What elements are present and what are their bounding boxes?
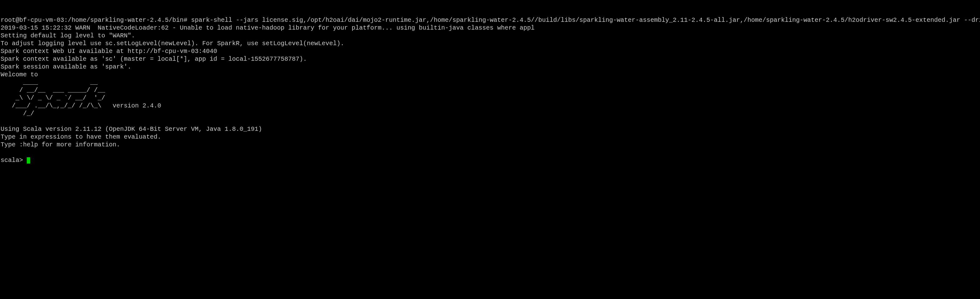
prompt-path: /home/sparkling-water-2.4.5/bin — [68, 16, 183, 24]
ascii-art-line: /___/ .__/\_,_/_/ /_/\_\ version 2.4.0 — [1, 102, 161, 109]
ascii-art-line: ____ __ — [1, 79, 98, 86]
output-line: Using Scala version 2.11.12 (OpenJDK 64-… — [1, 126, 262, 133]
output-line: Spark session available as 'spark'. — [1, 63, 131, 70]
output-line: Spark context Web UI available at http:/… — [1, 48, 217, 55]
output-line: 2019-03-15 15:22:32 WARN NativeCodeLoade… — [1, 24, 535, 32]
prompt-sep: : — [64, 16, 68, 24]
output-line: Setting default log level to "WARN". — [1, 32, 135, 39]
output-line: Type in expressions to have them evaluat… — [1, 133, 161, 141]
ascii-art-line: /_/ — [1, 110, 34, 117]
ascii-art-line: / __/__ ___ _____/ /__ — [1, 86, 105, 94]
scala-prompt[interactable]: scala> — [1, 157, 27, 164]
output-line: Spark context available as 'sc' (master … — [1, 56, 307, 62]
prompt-user: root@bf-cpu-vm-03 — [1, 16, 64, 24]
output-line: Welcome to — [1, 71, 38, 78]
ascii-art-line: _\ \/ _ \/ _ `/ __/ '_/ — [1, 94, 105, 102]
cursor-icon — [27, 157, 30, 163]
output-line: Type :help for more information. — [1, 141, 120, 148]
output-line: To adjust logging level use sc.setLogLev… — [1, 40, 344, 47]
command-input[interactable]: spark-shell --jars license.sig,/opt/h2oa… — [187, 16, 980, 24]
prompt-hash: # — [183, 16, 187, 24]
